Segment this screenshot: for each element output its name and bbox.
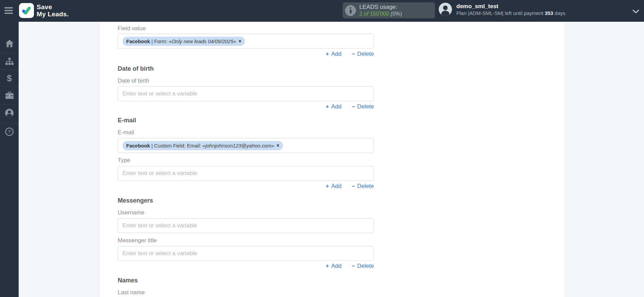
info-icon xyxy=(345,5,356,16)
section-heading: Messengers xyxy=(118,197,374,204)
field-actions: +Add −Delete xyxy=(118,263,374,269)
section-heading: Names xyxy=(118,277,374,284)
hamburger-menu-icon[interactable] xyxy=(4,7,13,14)
background-panel xyxy=(565,22,644,297)
svg-text:?: ? xyxy=(8,129,11,134)
delete-button[interactable]: −Delete xyxy=(352,183,374,190)
field-actions: +Add −Delete xyxy=(118,51,374,57)
checkmark-logo-icon xyxy=(21,5,32,16)
chevron-down-icon[interactable] xyxy=(632,9,639,15)
section-heading: E-mail xyxy=(118,117,374,124)
sitemap-icon xyxy=(5,58,14,65)
add-button[interactable]: +Add xyxy=(326,183,342,190)
section-heading: Date of birth xyxy=(118,65,374,72)
chip-value: «johnjohnson123@yahoo.com» xyxy=(203,143,274,148)
variable-chip[interactable]: Facebook | Form: «Only new leads 04/09/2… xyxy=(122,37,245,46)
chip-middle: | Custom Field: Email: xyxy=(150,143,203,148)
briefcase-icon xyxy=(5,92,14,99)
usage-label: LEADS usage: xyxy=(359,3,402,11)
sidebar-item-connections[interactable] xyxy=(0,53,19,70)
add-button[interactable]: +Add xyxy=(326,103,342,110)
savemyleads-logo[interactable] xyxy=(19,3,34,18)
date-of-birth-input[interactable] xyxy=(118,86,374,101)
account-name: demo_sml_test xyxy=(456,3,565,10)
usage-value: 2 of 150'000 (0%) xyxy=(359,11,402,17)
messenger-username-input[interactable] xyxy=(118,218,374,233)
add-button[interactable]: +Add xyxy=(326,263,342,269)
remove-chip-icon[interactable]: × xyxy=(277,143,279,148)
chip-value: «Only new leads 04/09/2025» xyxy=(169,38,236,44)
dollar-icon: $ xyxy=(7,73,12,84)
account-plan: Plan |ADM-SML-SM| left until payment 353… xyxy=(456,10,565,16)
top-bar: Save My Leads. LEADS usage: 2 of 150'000… xyxy=(0,0,644,22)
delete-button[interactable]: −Delete xyxy=(352,103,374,110)
field-label: Type xyxy=(118,157,374,164)
avatar xyxy=(439,3,452,16)
delete-button[interactable]: −Delete xyxy=(352,51,374,57)
chip-middle: | Form: xyxy=(150,38,169,44)
field-actions: +Add −Delete xyxy=(118,103,374,110)
field-label: E-mail xyxy=(118,129,374,136)
sidebar-item-home[interactable] xyxy=(0,35,19,52)
home-icon xyxy=(5,40,14,47)
email-input[interactable]: Facebook | Custom Field: Email: «johnjoh… xyxy=(118,138,374,153)
field-mapping-form: Field value Facebook | Form: «Only new l… xyxy=(118,22,374,296)
variable-chip[interactable]: Facebook | Custom Field: Email: «johnjoh… xyxy=(122,141,283,150)
chip-source: Facebook xyxy=(126,38,150,44)
add-button[interactable]: +Add xyxy=(326,51,342,57)
field-label: Username xyxy=(118,209,374,216)
help-icon: ? xyxy=(5,127,14,136)
field-label: Field value xyxy=(118,25,374,32)
account-menu[interactable]: demo_sml_test Plan |ADM-SML-SM| left unt… xyxy=(439,3,565,16)
field-actions: +Add −Delete xyxy=(118,183,374,190)
account-icon xyxy=(5,109,14,117)
email-type-input[interactable] xyxy=(118,166,374,181)
sidebar-nav: $ ? xyxy=(0,22,19,297)
field-label: Date of birth xyxy=(118,77,374,84)
field-label: Messenger title xyxy=(118,237,374,244)
sidebar-item-billing[interactable]: $ xyxy=(0,70,19,87)
sidebar-item-account[interactable] xyxy=(0,104,19,121)
brand-name: Save My Leads. xyxy=(37,3,69,18)
secondary-panel xyxy=(19,22,99,297)
remove-chip-icon[interactable]: × xyxy=(239,39,241,43)
messenger-title-input[interactable] xyxy=(118,246,374,261)
leads-usage-badge: LEADS usage: 2 of 150'000 (0%) xyxy=(343,2,435,18)
chip-source: Facebook xyxy=(126,143,150,148)
sidebar-item-help[interactable]: ? xyxy=(0,123,19,140)
field-value-input[interactable]: Facebook | Form: «Only new leads 04/09/2… xyxy=(118,34,374,49)
sidebar-item-services[interactable] xyxy=(0,87,19,104)
field-label: Last name xyxy=(118,289,374,296)
delete-button[interactable]: −Delete xyxy=(352,263,374,269)
